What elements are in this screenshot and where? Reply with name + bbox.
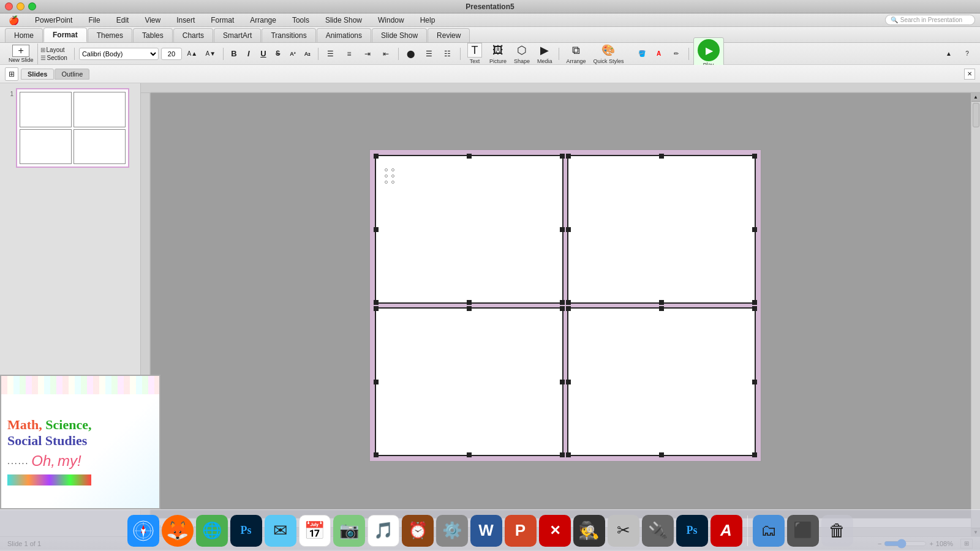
itunes-icon[interactable]: 🎵	[368, 515, 399, 547]
iphoto-icon[interactable]: 📷	[333, 515, 365, 547]
trash-icon[interactable]: 🗑	[821, 515, 853, 547]
handle-tr-4[interactable]	[752, 306, 757, 311]
font-name-select[interactable]: Calibri (Body)	[79, 48, 159, 60]
slide-quadrant-1[interactable]	[375, 155, 564, 304]
system-prefs-icon[interactable]: ⚙️	[436, 515, 468, 547]
italic-button[interactable]: I	[243, 48, 255, 60]
bold-button[interactable]: B	[228, 48, 240, 60]
handle-tm-1[interactable]	[467, 154, 472, 159]
font-color-btn[interactable]: A	[651, 46, 667, 62]
layout-label[interactable]: Layout	[47, 47, 65, 53]
word-icon[interactable]: W	[470, 515, 502, 547]
picture-button[interactable]: 🖼 Picture	[487, 42, 509, 66]
close-button[interactable]	[5, 2, 13, 10]
tab-transitions[interactable]: Transitions	[262, 28, 315, 42]
handle-tm-3[interactable]	[467, 306, 472, 311]
menu-help[interactable]: Help	[417, 15, 439, 26]
slides-tab-btn[interactable]: Slides	[21, 69, 54, 80]
menu-slideshow[interactable]: Slide Show	[322, 15, 366, 26]
handle-bl-3[interactable]	[374, 452, 379, 457]
menu-tools[interactable]: Tools	[288, 15, 313, 26]
handle-br-2[interactable]	[752, 300, 757, 305]
tab-charts[interactable]: Charts	[173, 28, 213, 42]
tab-animations[interactable]: Animations	[317, 28, 371, 42]
slide-quadrant-2[interactable]	[567, 155, 756, 304]
handle-tm-2[interactable]	[659, 154, 664, 159]
handle-tr-3[interactable]	[560, 306, 565, 311]
fill-color-btn[interactable]: 🪣	[634, 46, 650, 62]
tab-home[interactable]: Home	[5, 28, 43, 42]
handle-br-4[interactable]	[752, 452, 757, 457]
powerpoint-dock-icon[interactable]: P	[505, 515, 537, 547]
handle-br-3[interactable]	[560, 452, 565, 457]
finder-icon[interactable]: 🗂	[753, 515, 785, 547]
align-center-btn[interactable]: ☰	[421, 46, 437, 62]
slide-quadrant-3[interactable]	[375, 307, 564, 456]
tab-themes[interactable]: Themes	[88, 28, 132, 42]
handle-rm-1[interactable]	[560, 227, 565, 232]
plugins-icon[interactable]: 🔌	[642, 515, 674, 547]
outdent-btn[interactable]: ⇤	[378, 46, 394, 62]
handle-tl-3[interactable]	[374, 306, 379, 311]
handle-bm-4[interactable]	[659, 452, 664, 457]
strikethrough-button[interactable]: S̶	[272, 48, 284, 60]
handle-tl-1[interactable]	[374, 154, 379, 159]
font-size-down-btn[interactable]: A▼	[203, 46, 219, 62]
menu-arrange[interactable]: Arrange	[246, 15, 280, 26]
collapse-ribbon-btn[interactable]: ▲	[941, 46, 957, 62]
calendar-icon[interactable]: 📅	[299, 515, 331, 547]
window-controls[interactable]	[5, 2, 36, 10]
menu-window[interactable]: Window	[374, 15, 408, 26]
acrobat-icon[interactable]: A	[710, 515, 742, 547]
search-box[interactable]: 🔍 Search in Presentation	[885, 15, 975, 25]
menu-powerpoint[interactable]: PowerPoint	[31, 15, 76, 26]
handle-bl-4[interactable]	[566, 452, 571, 457]
menu-view[interactable]: View	[141, 15, 164, 26]
handle-br-1[interactable]	[560, 300, 565, 305]
clippings-icon[interactable]: ✂	[608, 515, 639, 547]
time-machine-icon[interactable]: ⏰	[402, 515, 434, 547]
menu-edit[interactable]: Edit	[113, 15, 133, 26]
bullets-btn[interactable]: ☰	[323, 46, 339, 62]
handle-tl-4[interactable]	[566, 306, 571, 311]
handle-lm-4[interactable]	[566, 380, 571, 384]
handle-lm-3[interactable]	[374, 380, 379, 384]
handle-bm-2[interactable]	[659, 300, 664, 305]
tab-format[interactable]: Format	[43, 28, 87, 42]
text-button[interactable]: T Text	[465, 42, 484, 66]
tab-smartart[interactable]: SmartArt	[214, 28, 261, 42]
maximize-button[interactable]	[28, 2, 36, 10]
launchpad-icon[interactable]: ⬛	[787, 515, 819, 547]
new-slide-button[interactable]: + New Slide	[5, 43, 38, 64]
close-panel-btn[interactable]: ✕	[964, 69, 975, 80]
handle-bl-2[interactable]	[566, 300, 571, 305]
tab-tables[interactable]: Tables	[133, 28, 173, 42]
subscript-button[interactable]: A₂	[301, 48, 314, 60]
mannequin-icon[interactable]: 🕵	[573, 515, 605, 547]
safari-icon[interactable]	[127, 515, 159, 547]
handle-lm-1[interactable]	[374, 227, 379, 232]
handle-tr-1[interactable]	[560, 154, 565, 159]
highlight-btn[interactable]: ✏	[668, 46, 684, 62]
quick-styles-button[interactable]: 🎨 Quick Styles	[590, 42, 626, 66]
handle-rm-2[interactable]	[752, 227, 757, 232]
apple-menu[interactable]: 🍎	[5, 14, 23, 26]
outline-tab-btn[interactable]: Outline	[55, 69, 89, 80]
mail-icon[interactable]: ✉	[265, 515, 296, 547]
section-label[interactable]: Section	[47, 54, 67, 61]
menu-format[interactable]: Format	[207, 15, 238, 26]
font-size-up-btn[interactable]: A▲	[184, 46, 200, 62]
tab-slideshow[interactable]: Slide Show	[372, 28, 427, 42]
tab-review[interactable]: Review	[428, 28, 470, 42]
underline-button[interactable]: U	[257, 48, 270, 60]
slides-toggle-btn[interactable]: ⊞	[5, 67, 18, 81]
browser-icon[interactable]: 🌐	[196, 515, 228, 547]
font-size-input[interactable]	[161, 48, 182, 60]
superscript-button[interactable]: A²	[287, 48, 299, 60]
handle-rm-4[interactable]	[752, 380, 757, 384]
handle-bm-3[interactable]	[467, 452, 472, 457]
menu-insert[interactable]: Insert	[173, 15, 198, 26]
help-btn[interactable]: ?	[959, 46, 975, 62]
firefox-icon[interactable]: 🦊	[162, 515, 194, 547]
handle-rm-3[interactable]	[560, 380, 565, 384]
